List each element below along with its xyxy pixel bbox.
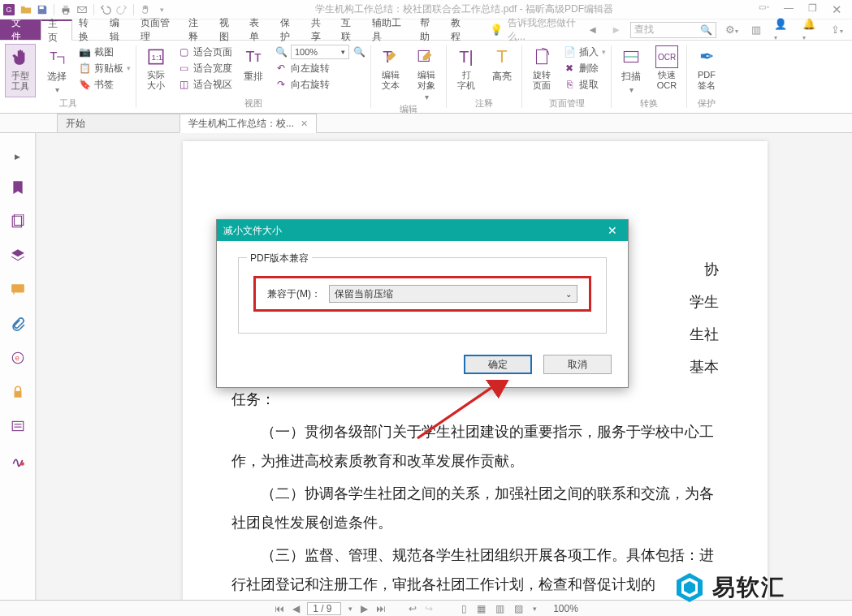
security-panel-icon[interactable] bbox=[11, 385, 25, 399]
tab-page-manage[interactable]: 页面管理 bbox=[134, 19, 182, 40]
rotate-left-icon: ↶ bbox=[275, 62, 288, 75]
watermark-text: 易软汇 bbox=[712, 572, 785, 603]
scan-button[interactable]: 扫描 ▾ bbox=[616, 44, 646, 97]
comments-panel-icon[interactable] bbox=[11, 282, 25, 297]
pdf-sign-button[interactable]: ✒ PDF签名 bbox=[692, 44, 721, 97]
insert-icon: 📄 bbox=[563, 45, 576, 58]
open-icon[interactable] bbox=[19, 2, 33, 17]
edit-object-button[interactable]: 编辑对象 ▾ bbox=[412, 44, 441, 103]
insert-button[interactable]: 📄插入▾ bbox=[563, 44, 606, 60]
close-window-icon[interactable]: ✕ bbox=[832, 2, 842, 17]
nav-fwd-icon[interactable]: ► bbox=[607, 24, 625, 36]
highlight-button[interactable]: T 高亮 bbox=[487, 44, 517, 97]
hand-tool-button[interactable]: 手型工具 bbox=[5, 44, 36, 97]
tell-me-search[interactable]: 💡 告诉我您想做什么... bbox=[490, 19, 584, 40]
layers-panel-icon[interactable] bbox=[11, 248, 25, 263]
tab-connect[interactable]: 互联 bbox=[335, 19, 365, 40]
collapse-ribbon-icon[interactable]: ▭▫ bbox=[759, 2, 769, 17]
continuous-icon[interactable]: ▦ bbox=[475, 603, 487, 614]
tab-edit[interactable]: 编辑 bbox=[103, 19, 134, 40]
next-page-icon[interactable]: ▶ bbox=[360, 603, 369, 614]
close-tab-icon[interactable]: ✕ bbox=[301, 118, 308, 129]
clipboard-button[interactable]: 📋剪贴板▾ bbox=[78, 60, 131, 76]
cancel-button[interactable]: 取消 bbox=[543, 355, 612, 374]
bell-icon[interactable]: 🔔▾ bbox=[798, 18, 822, 42]
email-icon[interactable] bbox=[75, 2, 89, 17]
magnifier-icon[interactable]: 🔍 bbox=[352, 45, 365, 58]
page-dropdown-icon[interactable]: ▾ bbox=[348, 605, 353, 613]
user-icon[interactable]: 👤▾ bbox=[770, 18, 794, 42]
tab-form[interactable]: 表单 bbox=[243, 19, 274, 40]
reflow-button[interactable]: Tт 重排 bbox=[239, 44, 268, 97]
snip-button[interactable]: 📷截图 bbox=[78, 44, 131, 60]
maximize-icon[interactable]: ❐ bbox=[808, 2, 817, 17]
single-page-icon[interactable]: ▯ bbox=[460, 603, 469, 614]
tab-comment[interactable]: 注释 bbox=[182, 19, 213, 40]
form-panel-icon[interactable] bbox=[11, 419, 25, 433]
ok-button[interactable]: 确定 bbox=[464, 355, 532, 374]
actual-size-button[interactable]: 1:1 实际大小 bbox=[141, 44, 171, 97]
fit-view-button[interactable]: ◫适合视区 bbox=[177, 76, 232, 93]
print-icon[interactable] bbox=[58, 2, 73, 17]
minimize-icon[interactable]: — bbox=[784, 2, 794, 17]
file-tab[interactable]: 文件 bbox=[0, 19, 41, 40]
nav-back-icon[interactable]: ↩ bbox=[408, 603, 417, 614]
facing-icon[interactable]: ▥ bbox=[494, 603, 506, 614]
dialog-title: 减小文件大小 bbox=[223, 224, 282, 238]
tab-home[interactable]: 主页 bbox=[41, 19, 73, 41]
dialog-titlebar[interactable]: 减小文件大小 ✕ bbox=[217, 220, 628, 241]
rotate-left-button[interactable]: ↶向左旋转 bbox=[275, 60, 365, 76]
typewriter-button[interactable]: T| 打字机 bbox=[452, 44, 481, 97]
redo-icon[interactable] bbox=[115, 2, 129, 17]
gallery-icon[interactable]: ▥ bbox=[747, 24, 765, 36]
layout-dropdown-icon[interactable]: ▾ bbox=[531, 605, 538, 613]
bookmark-panel-icon[interactable] bbox=[11, 180, 25, 195]
doc-tab-active[interactable]: 学生机构工作总结：校...✕ bbox=[179, 114, 317, 133]
fit-page-button[interactable]: ▢适合页面 bbox=[177, 44, 232, 60]
qat-dropdown-icon[interactable]: ▾ bbox=[154, 2, 169, 17]
bookmark-button[interactable]: 🔖书签 bbox=[78, 76, 131, 93]
compat-dropdown[interactable]: 保留当前压缩 ⌄ bbox=[329, 285, 577, 303]
pages-panel-icon[interactable] bbox=[11, 214, 25, 229]
save-icon[interactable] bbox=[35, 2, 50, 17]
tab-help[interactable]: 帮助 bbox=[413, 19, 444, 40]
rotate-pages-button[interactable]: 旋转页面 bbox=[527, 44, 556, 97]
tab-view[interactable]: 视图 bbox=[213, 19, 244, 40]
gear-icon[interactable]: ⚙▾ bbox=[721, 24, 742, 36]
zoom-out-button[interactable]: 🔍 100%▾ 🔍 bbox=[275, 44, 365, 60]
share-icon[interactable]: ⇪▾ bbox=[827, 24, 847, 36]
extract-button[interactable]: ⎘提取 bbox=[563, 76, 606, 93]
signature-panel-icon[interactable] bbox=[11, 453, 25, 467]
delete-button[interactable]: ✖删除 bbox=[563, 60, 606, 76]
nav-back-icon[interactable]: ◄ bbox=[583, 24, 602, 36]
attachments-panel-icon[interactable] bbox=[11, 317, 25, 331]
fit-width-button[interactable]: ▭适合宽度 bbox=[177, 60, 232, 76]
share-panel-icon[interactable]: e bbox=[11, 351, 25, 365]
hand-icon bbox=[9, 46, 32, 69]
quick-ocr-button[interactable]: OCR 快速OCR bbox=[652, 44, 681, 97]
select-button[interactable]: T 选择 ▾ bbox=[42, 44, 71, 97]
close-dialog-icon[interactable]: ✕ bbox=[603, 222, 621, 239]
tab-protect[interactable]: 保护 bbox=[274, 19, 305, 40]
prev-page-icon[interactable]: ◀ bbox=[292, 603, 301, 614]
nav-forward-icon[interactable]: ↪ bbox=[424, 603, 434, 614]
facing-continuous-icon[interactable]: ▨ bbox=[512, 603, 525, 614]
svg-rect-0 bbox=[40, 6, 44, 9]
search-box[interactable]: 查找 🔍 bbox=[630, 22, 716, 38]
edit-text-button[interactable]: T 编辑文本 bbox=[376, 44, 405, 103]
hand-small-icon[interactable] bbox=[138, 2, 153, 17]
page-number-input[interactable]: 1 / 9 bbox=[307, 602, 341, 615]
svg-rect-3 bbox=[63, 11, 67, 14]
zoom-combo[interactable]: 100%▾ bbox=[291, 45, 349, 59]
doc-tab-start[interactable]: 开始 bbox=[57, 114, 180, 133]
zoom-display[interactable]: 100% bbox=[553, 603, 578, 614]
tab-share[interactable]: 共享 bbox=[305, 19, 335, 40]
tab-accessibility[interactable]: 辅助工具 bbox=[365, 19, 413, 40]
rotate-right-button[interactable]: ↷向右旋转 bbox=[275, 76, 365, 93]
last-page-icon[interactable]: ⏭ bbox=[375, 603, 387, 614]
tab-convert[interactable]: 转换 bbox=[72, 19, 103, 40]
undo-icon[interactable] bbox=[98, 2, 113, 17]
tab-tutorial[interactable]: 教程 bbox=[444, 19, 475, 40]
search-placeholder: 查找 bbox=[634, 23, 654, 37]
first-page-icon[interactable]: ⏮ bbox=[274, 603, 285, 614]
